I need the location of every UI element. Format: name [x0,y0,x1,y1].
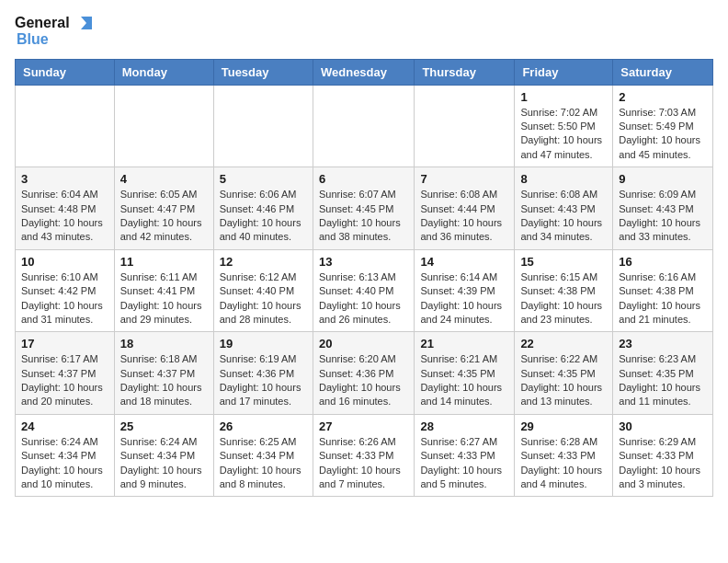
calendar-week-row: 17Sunrise: 6:17 AMSunset: 4:37 PMDayligh… [16,332,713,415]
day-header-friday: Friday [515,59,613,85]
day-info: Sunrise: 6:23 AMSunset: 4:35 PMDaylight:… [619,352,707,409]
calendar-cell: 28Sunrise: 6:27 AMSunset: 4:33 PMDayligh… [415,414,515,497]
day-info: Sunrise: 6:06 AMSunset: 4:46 PMDaylight:… [220,188,307,245]
day-info: Sunrise: 6:24 AMSunset: 4:34 PMDaylight:… [21,435,108,492]
day-info: Sunrise: 6:29 AMSunset: 4:33 PMDaylight:… [619,435,707,492]
calendar-week-row: 1Sunrise: 7:02 AMSunset: 5:50 PMDaylight… [16,85,713,167]
logo-general: General [15,15,70,31]
day-info: Sunrise: 6:21 AMSunset: 4:35 PMDaylight:… [420,352,508,409]
calendar-cell: 6Sunrise: 6:07 AMSunset: 4:45 PMDaylight… [313,167,414,250]
day-info: Sunrise: 6:17 AMSunset: 4:37 PMDaylight:… [21,352,108,409]
calendar-cell: 7Sunrise: 6:08 AMSunset: 4:44 PMDaylight… [415,167,515,250]
day-header-tuesday: Tuesday [213,59,313,85]
calendar-cell: 9Sunrise: 6:09 AMSunset: 4:43 PMDaylight… [613,167,713,250]
day-number: 6 [319,172,408,186]
logo-blue: Blue [17,31,49,48]
day-info: Sunrise: 6:16 AMSunset: 4:38 PMDaylight:… [619,270,707,327]
day-number: 9 [619,172,707,186]
calendar-cell [213,85,313,167]
day-number: 15 [520,255,607,269]
day-info: Sunrise: 6:27 AMSunset: 4:33 PMDaylight:… [420,435,508,492]
day-info: Sunrise: 6:08 AMSunset: 4:43 PMDaylight:… [520,188,607,245]
calendar-cell: 15Sunrise: 6:15 AMSunset: 4:38 PMDayligh… [515,249,613,332]
day-number: 24 [21,419,108,433]
calendar-cell: 3Sunrise: 6:04 AMSunset: 4:48 PMDaylight… [16,167,115,250]
logo: General Blue [15,15,92,48]
day-number: 26 [220,419,307,433]
day-info: Sunrise: 7:02 AMSunset: 5:50 PMDaylight:… [520,106,607,163]
calendar-cell: 5Sunrise: 6:06 AMSunset: 4:46 PMDaylight… [213,167,313,250]
day-number: 17 [21,337,108,350]
day-header-thursday: Thursday [415,59,515,85]
day-number: 2 [619,90,707,104]
calendar-cell: 16Sunrise: 6:16 AMSunset: 4:38 PMDayligh… [613,249,713,332]
calendar-cell: 10Sunrise: 6:10 AMSunset: 4:42 PMDayligh… [16,249,115,332]
day-info: Sunrise: 6:19 AMSunset: 4:36 PMDaylight:… [220,352,307,409]
calendar-cell: 29Sunrise: 6:28 AMSunset: 4:33 PMDayligh… [515,414,613,497]
day-info: Sunrise: 6:22 AMSunset: 4:35 PMDaylight:… [520,352,607,409]
day-number: 16 [619,255,707,269]
calendar-cell: 2Sunrise: 7:03 AMSunset: 5:49 PMDaylight… [613,85,713,167]
calendar-cell: 30Sunrise: 6:29 AMSunset: 4:33 PMDayligh… [613,414,713,497]
page-header: General Blue [15,15,713,48]
day-header-sunday: Sunday [16,59,115,85]
calendar-cell: 25Sunrise: 6:24 AMSunset: 4:34 PMDayligh… [114,414,213,497]
day-number: 5 [220,172,307,186]
calendar-cell [415,85,515,167]
logo-chevron-icon [72,15,92,31]
calendar-cell: 4Sunrise: 6:05 AMSunset: 4:47 PMDaylight… [114,167,213,250]
calendar-cell: 1Sunrise: 7:02 AMSunset: 5:50 PMDaylight… [515,85,613,167]
day-number: 25 [120,419,208,433]
day-info: Sunrise: 6:07 AMSunset: 4:45 PMDaylight:… [319,188,408,245]
calendar-cell: 11Sunrise: 6:11 AMSunset: 4:41 PMDayligh… [114,249,213,332]
day-info: Sunrise: 6:12 AMSunset: 4:40 PMDaylight:… [220,270,307,327]
day-info: Sunrise: 6:28 AMSunset: 4:33 PMDaylight:… [520,435,607,492]
calendar-cell: 14Sunrise: 6:14 AMSunset: 4:39 PMDayligh… [415,249,515,332]
day-info: Sunrise: 6:25 AMSunset: 4:34 PMDaylight:… [220,435,307,492]
calendar-cell: 27Sunrise: 6:26 AMSunset: 4:33 PMDayligh… [313,414,414,497]
calendar-cell: 22Sunrise: 6:22 AMSunset: 4:35 PMDayligh… [515,332,613,415]
day-number: 22 [520,337,607,350]
day-number: 1 [520,90,607,104]
calendar-cell [313,85,414,167]
day-number: 19 [220,337,307,350]
day-number: 21 [420,337,508,350]
day-number: 28 [420,419,508,433]
day-info: Sunrise: 6:09 AMSunset: 4:43 PMDaylight:… [619,188,707,245]
day-number: 30 [619,419,707,433]
calendar-cell: 8Sunrise: 6:08 AMSunset: 4:43 PMDaylight… [515,167,613,250]
day-number: 14 [420,255,508,269]
day-info: Sunrise: 6:08 AMSunset: 4:44 PMDaylight:… [420,188,508,245]
day-number: 29 [520,419,607,433]
day-info: Sunrise: 6:14 AMSunset: 4:39 PMDaylight:… [420,270,508,327]
calendar-cell: 21Sunrise: 6:21 AMSunset: 4:35 PMDayligh… [415,332,515,415]
day-info: Sunrise: 6:15 AMSunset: 4:38 PMDaylight:… [520,270,607,327]
calendar-week-row: 24Sunrise: 6:24 AMSunset: 4:34 PMDayligh… [16,414,713,497]
calendar-cell: 26Sunrise: 6:25 AMSunset: 4:34 PMDayligh… [213,414,313,497]
day-header-wednesday: Wednesday [313,59,414,85]
calendar-table: SundayMondayTuesdayWednesdayThursdayFrid… [15,59,713,498]
calendar-cell: 23Sunrise: 6:23 AMSunset: 4:35 PMDayligh… [613,332,713,415]
calendar-week-row: 10Sunrise: 6:10 AMSunset: 4:42 PMDayligh… [16,249,713,332]
day-info: Sunrise: 6:11 AMSunset: 4:41 PMDaylight:… [120,270,208,327]
calendar-header-row: SundayMondayTuesdayWednesdayThursdayFrid… [16,59,713,85]
calendar-cell: 13Sunrise: 6:13 AMSunset: 4:40 PMDayligh… [313,249,414,332]
day-number: 13 [319,255,408,269]
day-number: 8 [520,172,607,186]
day-number: 12 [220,255,307,269]
day-number: 4 [120,172,208,186]
calendar-cell [16,85,115,167]
day-number: 23 [619,337,707,350]
day-info: Sunrise: 6:24 AMSunset: 4:34 PMDaylight:… [120,435,208,492]
calendar-cell: 19Sunrise: 6:19 AMSunset: 4:36 PMDayligh… [213,332,313,415]
day-info: Sunrise: 6:05 AMSunset: 4:47 PMDaylight:… [120,188,208,245]
day-number: 18 [120,337,208,350]
calendar-cell: 17Sunrise: 6:17 AMSunset: 4:37 PMDayligh… [16,332,115,415]
day-info: Sunrise: 6:10 AMSunset: 4:42 PMDaylight:… [21,270,108,327]
day-number: 20 [319,337,408,350]
day-info: Sunrise: 6:20 AMSunset: 4:36 PMDaylight:… [319,352,408,409]
day-info: Sunrise: 6:04 AMSunset: 4:48 PMDaylight:… [21,188,108,245]
calendar-cell: 12Sunrise: 6:12 AMSunset: 4:40 PMDayligh… [213,249,313,332]
day-number: 27 [319,419,408,433]
calendar-cell: 18Sunrise: 6:18 AMSunset: 4:37 PMDayligh… [114,332,213,415]
